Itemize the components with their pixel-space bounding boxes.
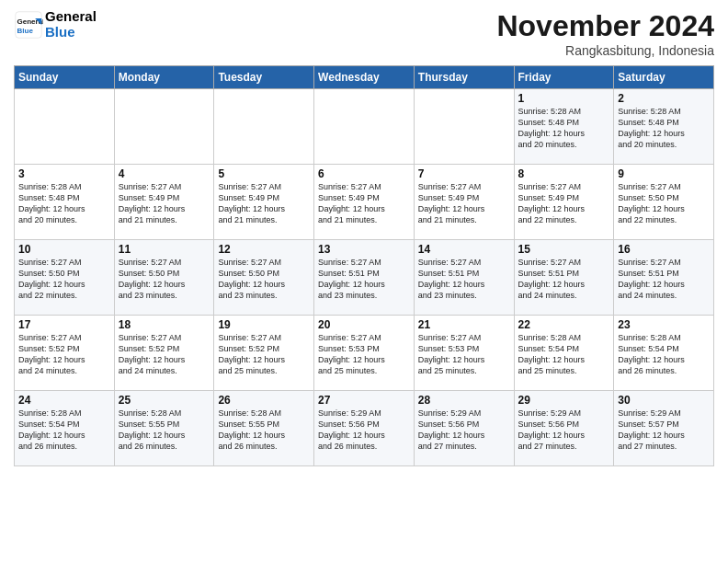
calendar-cell: 8Sunrise: 5:27 AM Sunset: 5:49 PM Daylig… xyxy=(514,165,614,240)
month-title: November 2024 xyxy=(496,9,714,43)
day-number: 30 xyxy=(618,394,710,407)
calendar-cell: 6Sunrise: 5:27 AM Sunset: 5:49 PM Daylig… xyxy=(314,165,415,240)
col-header-wednesday: Wednesday xyxy=(314,66,415,89)
day-info: Sunrise: 5:27 AM Sunset: 5:51 PM Dayligh… xyxy=(518,257,610,302)
calendar-cell: 21Sunrise: 5:27 AM Sunset: 5:53 PM Dayli… xyxy=(414,316,514,391)
day-info: Sunrise: 5:27 AM Sunset: 5:50 PM Dayligh… xyxy=(618,181,710,226)
calendar-week-1: 1Sunrise: 5:28 AM Sunset: 5:48 PM Daylig… xyxy=(15,89,714,165)
day-info: Sunrise: 5:28 AM Sunset: 5:54 PM Dayligh… xyxy=(618,332,710,377)
day-info: Sunrise: 5:27 AM Sunset: 5:53 PM Dayligh… xyxy=(318,332,410,377)
day-number: 23 xyxy=(618,318,710,331)
calendar-cell: 11Sunrise: 5:27 AM Sunset: 5:50 PM Dayli… xyxy=(114,240,214,316)
calendar-week-3: 10Sunrise: 5:27 AM Sunset: 5:50 PM Dayli… xyxy=(15,240,714,316)
day-number: 29 xyxy=(518,394,610,407)
day-number: 12 xyxy=(218,243,310,256)
calendar-cell: 2Sunrise: 5:28 AM Sunset: 5:48 PM Daylig… xyxy=(614,89,714,165)
day-number: 3 xyxy=(18,167,110,180)
calendar-cell: 24Sunrise: 5:28 AM Sunset: 5:54 PM Dayli… xyxy=(15,391,115,466)
calendar-cell: 18Sunrise: 5:27 AM Sunset: 5:52 PM Dayli… xyxy=(114,316,214,391)
day-number: 28 xyxy=(418,394,510,407)
day-info: Sunrise: 5:29 AM Sunset: 5:56 PM Dayligh… xyxy=(318,408,410,453)
day-number: 19 xyxy=(218,318,310,331)
calendar-cell: 28Sunrise: 5:29 AM Sunset: 5:56 PM Dayli… xyxy=(414,391,514,466)
day-number: 10 xyxy=(18,243,110,256)
day-number: 14 xyxy=(418,243,510,256)
day-info: Sunrise: 5:27 AM Sunset: 5:52 PM Dayligh… xyxy=(218,332,310,377)
day-number: 11 xyxy=(119,243,210,256)
page-container: General Blue General Blue November 2024 … xyxy=(0,0,728,474)
calendar-cell xyxy=(114,89,214,165)
day-number: 9 xyxy=(618,167,710,180)
calendar-cell: 3Sunrise: 5:28 AM Sunset: 5:48 PM Daylig… xyxy=(15,165,115,240)
calendar-week-2: 3Sunrise: 5:28 AM Sunset: 5:48 PM Daylig… xyxy=(15,165,714,240)
day-info: Sunrise: 5:28 AM Sunset: 5:48 PM Dayligh… xyxy=(618,106,710,151)
day-number: 16 xyxy=(618,243,710,256)
calendar-cell: 27Sunrise: 5:29 AM Sunset: 5:56 PM Dayli… xyxy=(314,391,415,466)
calendar-header-row: SundayMondayTuesdayWednesdayThursdayFrid… xyxy=(15,66,714,89)
calendar-week-5: 24Sunrise: 5:28 AM Sunset: 5:54 PM Dayli… xyxy=(15,391,714,466)
calendar-cell: 12Sunrise: 5:27 AM Sunset: 5:50 PM Dayli… xyxy=(214,240,314,316)
logo-icon: General Blue xyxy=(14,10,43,40)
calendar-cell: 22Sunrise: 5:28 AM Sunset: 5:54 PM Dayli… xyxy=(514,316,614,391)
calendar-cell: 23Sunrise: 5:28 AM Sunset: 5:54 PM Dayli… xyxy=(614,316,714,391)
col-header-tuesday: Tuesday xyxy=(214,66,314,89)
day-number: 15 xyxy=(518,243,610,256)
day-number: 24 xyxy=(18,394,110,407)
calendar-cell: 10Sunrise: 5:27 AM Sunset: 5:50 PM Dayli… xyxy=(15,240,115,316)
calendar-cell: 1Sunrise: 5:28 AM Sunset: 5:48 PM Daylig… xyxy=(514,89,614,165)
day-number: 13 xyxy=(318,243,410,256)
svg-text:Blue: Blue xyxy=(17,26,34,34)
day-number: 2 xyxy=(618,92,710,105)
calendar-cell: 5Sunrise: 5:27 AM Sunset: 5:49 PM Daylig… xyxy=(214,165,314,240)
calendar-week-4: 17Sunrise: 5:27 AM Sunset: 5:52 PM Dayli… xyxy=(15,316,714,391)
day-info: Sunrise: 5:27 AM Sunset: 5:50 PM Dayligh… xyxy=(218,257,310,302)
day-info: Sunrise: 5:29 AM Sunset: 5:57 PM Dayligh… xyxy=(618,408,710,453)
calendar-cell xyxy=(414,89,514,165)
calendar-cell: 30Sunrise: 5:29 AM Sunset: 5:57 PM Dayli… xyxy=(614,391,714,466)
day-number: 21 xyxy=(418,318,510,331)
calendar-table: SundayMondayTuesdayWednesdayThursdayFrid… xyxy=(14,65,714,466)
day-number: 4 xyxy=(119,167,210,180)
calendar-cell: 20Sunrise: 5:27 AM Sunset: 5:53 PM Dayli… xyxy=(314,316,415,391)
day-number: 5 xyxy=(218,167,310,180)
day-info: Sunrise: 5:28 AM Sunset: 5:54 PM Dayligh… xyxy=(518,332,610,377)
day-info: Sunrise: 5:27 AM Sunset: 5:49 PM Dayligh… xyxy=(418,181,510,226)
day-info: Sunrise: 5:27 AM Sunset: 5:49 PM Dayligh… xyxy=(318,181,410,226)
location-subtitle: Rangkasbitung, Indonesia xyxy=(496,43,714,58)
day-number: 18 xyxy=(119,318,210,331)
day-number: 1 xyxy=(518,92,610,105)
calendar-cell: 13Sunrise: 5:27 AM Sunset: 5:51 PM Dayli… xyxy=(314,240,415,316)
calendar-cell: 4Sunrise: 5:27 AM Sunset: 5:49 PM Daylig… xyxy=(114,165,214,240)
day-info: Sunrise: 5:27 AM Sunset: 5:49 PM Dayligh… xyxy=(218,181,310,226)
day-info: Sunrise: 5:27 AM Sunset: 5:50 PM Dayligh… xyxy=(119,257,210,302)
day-info: Sunrise: 5:27 AM Sunset: 5:52 PM Dayligh… xyxy=(18,332,110,377)
logo: General Blue General Blue xyxy=(14,9,97,40)
title-block: November 2024 Rangkasbitung, Indonesia xyxy=(496,9,714,58)
day-info: Sunrise: 5:28 AM Sunset: 5:48 PM Dayligh… xyxy=(18,181,110,226)
calendar-cell: 9Sunrise: 5:27 AM Sunset: 5:50 PM Daylig… xyxy=(614,165,714,240)
calendar-cell xyxy=(314,89,415,165)
day-info: Sunrise: 5:28 AM Sunset: 5:54 PM Dayligh… xyxy=(18,408,110,453)
calendar-cell: 16Sunrise: 5:27 AM Sunset: 5:51 PM Dayli… xyxy=(614,240,714,316)
calendar-cell: 19Sunrise: 5:27 AM Sunset: 5:52 PM Dayli… xyxy=(214,316,314,391)
day-number: 8 xyxy=(518,167,610,180)
calendar-cell: 26Sunrise: 5:28 AM Sunset: 5:55 PM Dayli… xyxy=(214,391,314,466)
logo-blue: Blue xyxy=(45,25,97,40)
header: General Blue General Blue November 2024 … xyxy=(14,9,714,58)
col-header-friday: Friday xyxy=(514,66,614,89)
day-number: 22 xyxy=(518,318,610,331)
calendar-cell: 25Sunrise: 5:28 AM Sunset: 5:55 PM Dayli… xyxy=(114,391,214,466)
day-info: Sunrise: 5:27 AM Sunset: 5:49 PM Dayligh… xyxy=(518,181,610,226)
day-info: Sunrise: 5:27 AM Sunset: 5:49 PM Dayligh… xyxy=(119,181,210,226)
col-header-monday: Monday xyxy=(114,66,214,89)
col-header-sunday: Sunday xyxy=(15,66,115,89)
logo-general: General xyxy=(45,9,97,25)
day-info: Sunrise: 5:27 AM Sunset: 5:53 PM Dayligh… xyxy=(418,332,510,377)
day-number: 26 xyxy=(218,394,310,407)
day-info: Sunrise: 5:28 AM Sunset: 5:55 PM Dayligh… xyxy=(119,408,210,453)
day-info: Sunrise: 5:27 AM Sunset: 5:51 PM Dayligh… xyxy=(418,257,510,302)
day-info: Sunrise: 5:29 AM Sunset: 5:56 PM Dayligh… xyxy=(418,408,510,453)
calendar-cell: 14Sunrise: 5:27 AM Sunset: 5:51 PM Dayli… xyxy=(414,240,514,316)
day-number: 27 xyxy=(318,394,410,407)
day-info: Sunrise: 5:29 AM Sunset: 5:56 PM Dayligh… xyxy=(518,408,610,453)
